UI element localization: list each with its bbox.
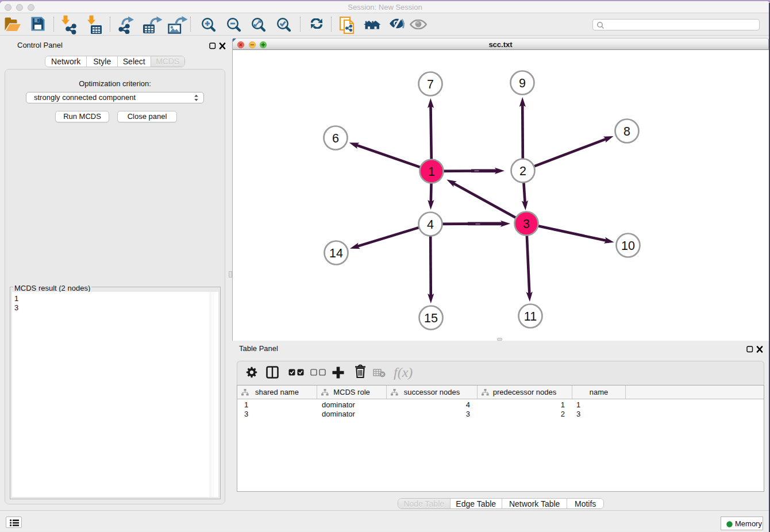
- svg-text:6: 6: [332, 132, 339, 145]
- svg-text:1: 1: [428, 165, 435, 179]
- svg-text:8: 8: [623, 125, 630, 138]
- svg-text:9: 9: [519, 76, 526, 90]
- svg-text:4: 4: [427, 218, 434, 232]
- svg-text:7: 7: [427, 78, 434, 91]
- svg-text:15: 15: [424, 311, 438, 325]
- svg-text:11: 11: [524, 310, 537, 323]
- svg-text:10: 10: [621, 239, 635, 253]
- svg-text:14: 14: [329, 246, 343, 260]
- svg-text:2: 2: [519, 164, 526, 178]
- svg-text:3: 3: [523, 217, 530, 231]
